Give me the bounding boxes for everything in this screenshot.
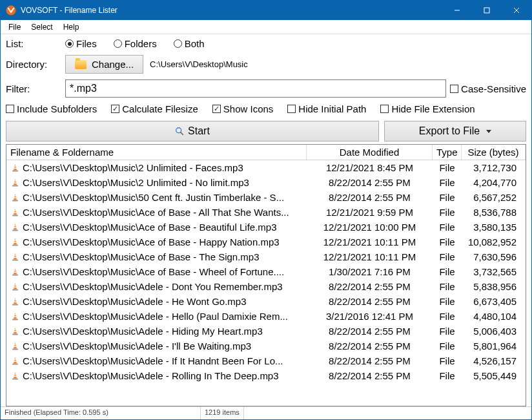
checkbox-icon — [6, 105, 14, 113]
col-size[interactable]: Size (bytes) — [462, 145, 526, 160]
file-table: Filename & Foldername Date Modified Type… — [6, 144, 526, 406]
table-row[interactable]: C:\Users\V\Desktop\Music\Adele - Dont Yo… — [6, 279, 526, 294]
cell-filename: C:\Users\V\Desktop\Music\Ace of Base - B… — [6, 221, 307, 233]
directory-label: Directory: — [6, 59, 65, 70]
svg-rect-34 — [14, 299, 16, 300]
table-row[interactable]: C:\Users\V\Desktop\Music\Ace of Base - W… — [6, 264, 526, 279]
svg-rect-7 — [14, 165, 16, 166]
menu-select[interactable]: Select — [26, 21, 57, 33]
cell-date: 12/21/2021 10:11 PM — [307, 236, 433, 248]
cell-type: File — [433, 162, 462, 174]
svg-rect-41 — [14, 331, 17, 331]
hide-file-extension-checkbox[interactable]: Hide File Extension — [380, 103, 475, 114]
include-subfolders-checkbox[interactable]: Include Subfolders — [6, 103, 97, 114]
chevron-down-icon — [486, 130, 491, 133]
svg-rect-22 — [14, 240, 16, 240]
svg-rect-13 — [14, 195, 16, 196]
table-row[interactable]: C:\Users\V\Desktop\Music\Adele - Rolling… — [6, 368, 526, 383]
cell-date: 8/22/2014 2:55 PM — [307, 340, 433, 352]
cell-date: 8/22/2014 2:55 PM — [307, 280, 433, 293]
cell-type: File — [433, 206, 462, 218]
maximize-button[interactable] — [472, 1, 502, 20]
radio-files[interactable]: Files — [65, 38, 97, 49]
col-type[interactable]: Type — [433, 145, 462, 160]
menubar: File Select Help — [1, 20, 531, 34]
cell-filename: C:\Users\V\Desktop\Music\Adele - Hiding … — [6, 325, 307, 337]
cell-filename: C:\Users\V\Desktop\Music\Adele - Hello (… — [6, 310, 307, 322]
change-button[interactable]: Change... — [65, 55, 143, 74]
status-elapsed: Finished (Elapsed Time: 0.595 s) — [1, 407, 201, 419]
cell-size: 3,732,565 — [462, 266, 526, 278]
svg-rect-50 — [14, 375, 17, 376]
cell-filename: C:\Users\V\Desktop\Music\Adele - He Wont… — [6, 295, 307, 308]
cell-size: 4,480,104 — [462, 310, 526, 322]
status-count: 1219 items — [201, 407, 244, 419]
svg-rect-49 — [14, 373, 16, 374]
table-row[interactable]: C:\Users\V\Desktop\Music\50 Cent ft. Jus… — [6, 190, 526, 205]
case-sensitive-checkbox[interactable]: Case-Sensitive — [450, 83, 526, 94]
cell-filename: C:\Users\V\Desktop\Music\Adele - If It H… — [6, 355, 307, 367]
table-body[interactable]: C:\Users\V\Desktop\Music\2 Unlimited - F… — [6, 160, 526, 406]
svg-rect-24 — [12, 244, 18, 246]
svg-rect-20 — [14, 227, 17, 227]
svg-rect-2 — [484, 8, 489, 13]
cell-type: File — [433, 251, 462, 263]
cell-filename: C:\Users\V\Desktop\Music\Ace of Base - T… — [6, 251, 307, 263]
directory-path: C:\Users\V\Desktop\Music — [150, 59, 248, 69]
radio-both[interactable]: Both — [174, 38, 205, 49]
svg-rect-51 — [12, 378, 18, 379]
calculate-filesize-checkbox[interactable]: Calculate Filesize — [111, 103, 198, 114]
table-row[interactable]: C:\Users\V\Desktop\Music\2 Unlimited - F… — [6, 160, 526, 175]
svg-rect-38 — [14, 316, 17, 317]
svg-rect-33 — [12, 289, 18, 290]
cell-type: File — [433, 370, 462, 382]
svg-rect-15 — [12, 200, 18, 201]
radio-folders[interactable]: Folders — [114, 38, 157, 49]
svg-point-0 — [6, 6, 16, 16]
svg-rect-48 — [12, 363, 18, 364]
hide-initial-path-checkbox[interactable]: Hide Initial Path — [287, 103, 366, 114]
table-row[interactable]: C:\Users\V\Desktop\Music\Ace of Base - T… — [6, 249, 526, 264]
minimize-button[interactable] — [442, 1, 472, 20]
table-row[interactable]: C:\Users\V\Desktop\Music\Ace of Base - A… — [6, 205, 526, 220]
table-row[interactable]: C:\Users\V\Desktop\Music\2 Unlimited - N… — [6, 175, 526, 190]
table-row[interactable]: C:\Users\V\Desktop\Music\Adele - If It H… — [6, 353, 526, 368]
table-row[interactable]: C:\Users\V\Desktop\Music\Adele - Hello (… — [6, 309, 526, 324]
svg-rect-28 — [14, 269, 16, 270]
col-filename[interactable]: Filename & Foldername — [6, 145, 307, 160]
cell-type: File — [433, 236, 462, 248]
cell-filename: C:\Users\V\Desktop\Music\Ace of Base - H… — [6, 236, 307, 248]
cell-type: File — [433, 266, 462, 278]
menu-help[interactable]: Help — [58, 21, 85, 33]
svg-rect-47 — [14, 361, 17, 361]
table-row[interactable]: C:\Users\V\Desktop\Music\Ace of Base - B… — [6, 220, 526, 235]
table-row[interactable]: C:\Users\V\Desktop\Music\Adele - I'll Be… — [6, 339, 526, 353]
cell-filename: C:\Users\V\Desktop\Music\Adele - Dont Yo… — [6, 280, 307, 293]
cell-filename: C:\Users\V\Desktop\Music\Ace of Base - A… — [6, 206, 307, 218]
show-icons-checkbox[interactable]: Show Icons — [212, 103, 274, 114]
table-row[interactable]: C:\Users\V\Desktop\Music\Adele - Hiding … — [6, 324, 526, 339]
cell-date: 8/22/2014 2:55 PM — [307, 176, 433, 189]
cell-date: 8/22/2014 2:55 PM — [307, 295, 433, 308]
svg-rect-37 — [14, 314, 16, 315]
statusbar: Finished (Elapsed Time: 0.595 s) 1219 it… — [1, 406, 531, 419]
list-label: List: — [6, 38, 65, 49]
filter-input[interactable] — [65, 79, 446, 98]
radio-icon — [114, 39, 122, 48]
svg-rect-40 — [14, 329, 16, 330]
cell-date: 12/21/2021 8:45 PM — [307, 162, 433, 174]
table-row[interactable]: C:\Users\V\Desktop\Music\Adele - He Wont… — [6, 294, 526, 309]
svg-rect-30 — [12, 274, 18, 275]
table-row[interactable]: C:\Users\V\Desktop\Music\Ace of Base - H… — [6, 235, 526, 249]
export-button[interactable]: Export to File — [384, 121, 526, 142]
menu-file[interactable]: File — [3, 21, 26, 33]
svg-rect-45 — [12, 348, 18, 350]
cell-type: File — [433, 176, 462, 189]
col-date[interactable]: Date Modified — [307, 145, 433, 160]
table-header: Filename & Foldername Date Modified Type… — [6, 145, 526, 160]
svg-rect-8 — [14, 167, 17, 168]
cell-filename: C:\Users\V\Desktop\Music\2 Unlimited - F… — [6, 162, 307, 174]
start-button[interactable]: Start — [6, 121, 379, 142]
close-button[interactable] — [502, 1, 531, 20]
app-icon — [6, 5, 16, 16]
